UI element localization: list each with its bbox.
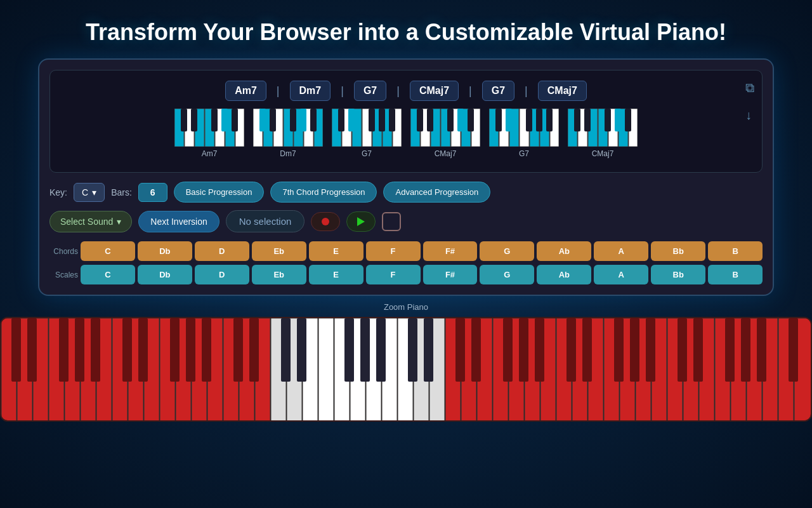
chord-label-g7-2[interactable]: G7 bbox=[482, 81, 514, 101]
chord-a[interactable]: A bbox=[594, 241, 648, 261]
chord-label-g7-1[interactable]: G7 bbox=[354, 81, 386, 101]
mini-keyboard-cmaj7-2[interactable]: CMaj7 bbox=[568, 109, 638, 158]
svg-rect-32 bbox=[348, 109, 355, 131]
svg-rect-92 bbox=[318, 318, 334, 422]
mini-keyboard-cmaj7-1[interactable]: CMaj7 bbox=[410, 109, 480, 158]
svg-rect-8 bbox=[191, 109, 197, 131]
stop-button[interactable] bbox=[382, 212, 401, 231]
scale-c[interactable]: C bbox=[81, 265, 135, 284]
bars-value[interactable]: 6 bbox=[138, 183, 167, 202]
chords-row-label: Chords bbox=[49, 247, 78, 256]
chord-ab[interactable]: Ab bbox=[537, 241, 591, 261]
mini-chord-name-dm7: Dm7 bbox=[280, 149, 296, 158]
svg-rect-130 bbox=[170, 318, 180, 382]
svg-rect-140 bbox=[408, 318, 417, 382]
chord-eb[interactable]: Eb bbox=[252, 241, 306, 261]
svg-rect-149 bbox=[614, 318, 624, 382]
svg-rect-152 bbox=[678, 318, 687, 382]
svg-rect-69 bbox=[605, 109, 611, 131]
scale-g[interactable]: G bbox=[480, 265, 534, 284]
svg-rect-135 bbox=[281, 318, 291, 382]
scale-fsharp[interactable]: F# bbox=[423, 265, 478, 284]
chord-e[interactable]: E bbox=[309, 241, 363, 261]
controls-row-1: Key: C ▾ Bars: 6 Basic Progression 7th C… bbox=[49, 182, 763, 203]
svg-rect-143 bbox=[471, 318, 481, 382]
download-icon[interactable]: ↓ bbox=[745, 108, 754, 123]
svg-rect-9 bbox=[211, 109, 218, 131]
zoom-piano-label: Zoom Piano bbox=[384, 302, 428, 312]
mini-chord-name-cmaj7-1: CMaj7 bbox=[435, 149, 457, 158]
scale-f[interactable]: F bbox=[366, 265, 421, 284]
separator-1: | bbox=[277, 81, 280, 101]
scale-ab[interactable]: Ab bbox=[537, 265, 591, 284]
svg-rect-153 bbox=[693, 318, 703, 382]
svg-rect-142 bbox=[455, 318, 465, 382]
next-inversion-button[interactable]: Next Inversion bbox=[138, 211, 219, 232]
svg-rect-157 bbox=[789, 318, 798, 382]
svg-rect-20 bbox=[270, 109, 276, 131]
chord-db[interactable]: Db bbox=[138, 241, 192, 261]
chord-bb[interactable]: Bb bbox=[651, 241, 705, 261]
separator-5: | bbox=[525, 81, 528, 101]
chord-label-cmaj7-1[interactable]: CMaj7 bbox=[410, 81, 459, 101]
chord-g[interactable]: G bbox=[480, 241, 534, 261]
basic-progression-button[interactable]: Basic Progression bbox=[174, 182, 265, 203]
mini-keyboard-g7-1[interactable]: G7 bbox=[332, 109, 402, 158]
scale-eb[interactable]: Eb bbox=[252, 265, 306, 284]
chord-fsharp[interactable]: F# bbox=[423, 241, 478, 261]
play-button[interactable] bbox=[346, 211, 376, 232]
chord-b[interactable]: B bbox=[708, 241, 763, 261]
scale-e[interactable]: E bbox=[309, 265, 363, 284]
svg-rect-34 bbox=[379, 109, 385, 131]
mini-keyboard-am7[interactable]: Am7 bbox=[174, 109, 244, 158]
svg-rect-134 bbox=[249, 318, 259, 382]
scale-a[interactable]: A bbox=[594, 265, 648, 284]
chord-label-dm7[interactable]: Dm7 bbox=[290, 81, 331, 101]
svg-rect-55 bbox=[495, 109, 502, 131]
scale-bb[interactable]: Bb bbox=[651, 265, 705, 284]
svg-rect-132 bbox=[202, 318, 211, 382]
select-sound-button[interactable]: Select Sound ▾ bbox=[49, 211, 132, 232]
svg-rect-44 bbox=[427, 109, 433, 131]
chord-f[interactable]: F bbox=[366, 241, 421, 261]
scale-db[interactable]: Db bbox=[138, 265, 192, 284]
scale-d[interactable]: D bbox=[195, 265, 249, 284]
svg-rect-22 bbox=[300, 109, 306, 131]
copy-icon[interactable]: ⧉ bbox=[745, 81, 754, 95]
scale-b[interactable]: B bbox=[708, 265, 763, 284]
bars-label: Bars: bbox=[111, 187, 132, 197]
svg-rect-154 bbox=[725, 318, 735, 382]
advanced-progression-button[interactable]: Advanced Progression bbox=[383, 182, 490, 203]
chord-scale-section: Chords C Db D Eb E F F# G Ab A Bb B Scal… bbox=[49, 241, 763, 284]
svg-rect-45 bbox=[447, 109, 454, 131]
svg-rect-10 bbox=[221, 109, 228, 131]
svg-rect-56 bbox=[506, 109, 512, 131]
chord-label-am7[interactable]: Am7 bbox=[225, 81, 266, 101]
svg-rect-59 bbox=[546, 109, 553, 131]
svg-rect-43 bbox=[417, 109, 423, 131]
mini-keyboard-dm7[interactable]: Dm7 bbox=[253, 109, 323, 158]
piano-keyboard[interactable] bbox=[0, 317, 812, 422]
chords-row: Chords C Db D Eb E F F# G Ab A Bb B bbox=[49, 241, 763, 261]
svg-rect-138 bbox=[360, 318, 370, 382]
chord-display: Am7 | Dm7 | G7 | CMaj7 | G7 | CMaj7 bbox=[49, 70, 763, 173]
svg-rect-67 bbox=[574, 109, 580, 131]
svg-rect-139 bbox=[376, 318, 386, 382]
record-button[interactable] bbox=[311, 212, 340, 231]
svg-rect-145 bbox=[519, 318, 528, 382]
svg-rect-156 bbox=[757, 318, 766, 382]
chord-c[interactable]: C bbox=[81, 241, 135, 261]
svg-rect-141 bbox=[424, 318, 433, 382]
key-select[interactable]: C ▾ bbox=[74, 183, 105, 202]
chord-label-cmaj7-2[interactable]: CMaj7 bbox=[538, 81, 587, 101]
mini-keyboard-g7-2[interactable]: G7 bbox=[489, 109, 559, 158]
svg-rect-31 bbox=[338, 109, 344, 131]
svg-rect-11 bbox=[232, 109, 238, 131]
mini-keyboards-row: Am7 Dm7 bbox=[60, 109, 752, 158]
chord-d[interactable]: D bbox=[195, 241, 249, 261]
svg-rect-7 bbox=[181, 109, 187, 131]
seventh-chord-button[interactable]: 7th Chord Progression bbox=[270, 182, 377, 203]
svg-rect-33 bbox=[369, 109, 375, 131]
svg-rect-127 bbox=[91, 318, 100, 382]
mini-chord-name-g7-2: G7 bbox=[519, 149, 529, 158]
